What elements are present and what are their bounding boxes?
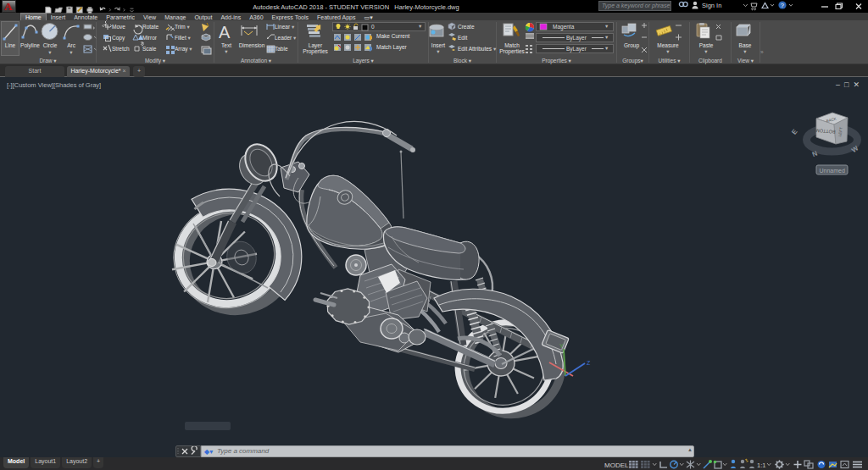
svg-text:Y: Y (559, 343, 564, 349)
svg-text:?: ? (781, 2, 784, 9)
svg-text:Sign In: Sign In (702, 2, 721, 9)
svg-text:A: A (219, 23, 231, 41)
svg-text:1:1: 1:1 (757, 462, 765, 469)
svg-text:MODEL: MODEL (604, 462, 629, 469)
svg-text:Unnamed: Unnamed (820, 168, 845, 174)
svg-text:Z: Z (587, 360, 591, 366)
